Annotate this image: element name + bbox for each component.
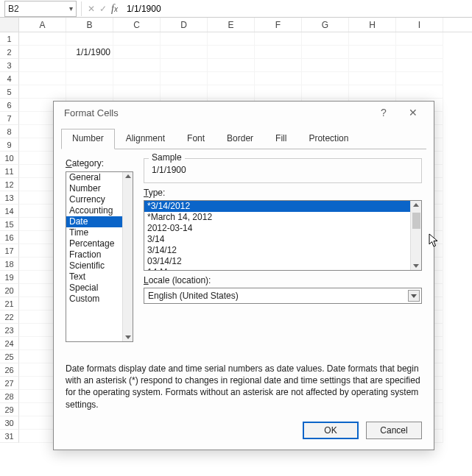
cell[interactable] (66, 72, 113, 85)
scrollbar[interactable] (122, 172, 133, 341)
cell[interactable] (113, 85, 161, 99)
type-item[interactable]: 3/14 (144, 234, 421, 245)
cell[interactable] (349, 59, 396, 72)
column-header[interactable]: A (19, 18, 66, 32)
column-header[interactable]: I (396, 18, 443, 32)
type-item[interactable]: 03/14/12 (144, 256, 421, 267)
help-button[interactable]: ? (369, 102, 398, 124)
close-button[interactable]: ✕ (398, 102, 428, 124)
row-header[interactable]: 30 (0, 416, 19, 430)
row-header[interactable]: 11 (0, 165, 19, 178)
row-header[interactable]: 10 (0, 152, 19, 165)
cell[interactable] (66, 85, 113, 99)
row-header[interactable]: 25 (0, 350, 19, 363)
cell[interactable] (19, 85, 66, 99)
formula-input[interactable] (122, 4, 472, 14)
cell[interactable] (19, 72, 66, 85)
name-box[interactable]: B2 ▾ (4, 1, 77, 17)
cell[interactable] (208, 72, 255, 85)
row-header[interactable]: 13 (0, 191, 19, 205)
tab-border[interactable]: Border (216, 129, 264, 149)
accept-formula-icon[interactable]: ✓ (99, 4, 107, 14)
tab-fill[interactable]: Fill (264, 129, 297, 149)
cell[interactable] (302, 32, 349, 46)
cell[interactable] (113, 59, 161, 72)
category-list[interactable]: GeneralNumberCurrencyAccountingDateTimeP… (66, 171, 133, 342)
type-item[interactable]: 14-Mar (144, 267, 421, 271)
cell[interactable] (208, 85, 255, 99)
row-header[interactable]: 18 (0, 257, 19, 271)
tab-number[interactable]: Number (61, 129, 115, 149)
row-header[interactable]: 6 (0, 99, 19, 112)
cell[interactable] (396, 46, 443, 59)
row-header[interactable]: 16 (0, 231, 19, 244)
column-header[interactable]: C (113, 18, 161, 32)
cell[interactable] (161, 46, 208, 59)
scrollbar[interactable] (410, 201, 421, 270)
cell[interactable] (349, 46, 396, 59)
chevron-down-icon[interactable] (408, 290, 420, 302)
cell[interactable] (302, 85, 349, 99)
column-header[interactable]: G (302, 18, 349, 32)
row-header[interactable]: 20 (0, 284, 19, 297)
cell[interactable] (161, 72, 208, 85)
chevron-down-icon[interactable]: ▾ (69, 4, 73, 13)
cell[interactable] (302, 72, 349, 85)
cell[interactable] (396, 72, 443, 85)
cell[interactable] (255, 59, 302, 72)
cell[interactable] (255, 32, 302, 46)
row-header[interactable]: 1 (0, 32, 19, 46)
cell[interactable] (349, 32, 396, 46)
cell[interactable] (302, 46, 349, 59)
cell[interactable] (255, 85, 302, 99)
cell[interactable] (161, 32, 208, 46)
cell[interactable] (208, 46, 255, 59)
row-header[interactable]: 21 (0, 297, 19, 310)
locale-dropdown[interactable]: English (United States) (144, 288, 422, 304)
column-header[interactable]: D (161, 18, 208, 32)
row-header[interactable]: 29 (0, 403, 19, 416)
type-item[interactable]: 2012-03-14 (144, 223, 421, 234)
scroll-thumb[interactable] (412, 213, 420, 229)
row-header[interactable]: 17 (0, 244, 19, 257)
row-header[interactable]: 14 (0, 205, 19, 218)
column-header[interactable]: B (66, 18, 113, 32)
cell[interactable] (302, 59, 349, 72)
select-all-corner[interactable] (0, 18, 19, 32)
scroll-down-icon[interactable] (413, 264, 419, 268)
row-header[interactable]: 15 (0, 218, 19, 231)
cell[interactable] (66, 32, 113, 46)
row-header[interactable]: 4 (0, 72, 19, 85)
row-header[interactable]: 28 (0, 390, 19, 403)
type-item[interactable]: *3/14/2012 (144, 201, 421, 212)
row-header[interactable]: 24 (0, 337, 19, 350)
tab-protection[interactable]: Protection (297, 129, 359, 149)
row-header[interactable]: 8 (0, 125, 19, 138)
fx-icon[interactable]: fx (111, 3, 118, 15)
row-header[interactable]: 2 (0, 46, 19, 59)
cell[interactable] (161, 59, 208, 72)
row-header[interactable]: 9 (0, 138, 19, 152)
cell[interactable] (113, 46, 161, 59)
cell[interactable] (349, 85, 396, 99)
cell[interactable] (208, 32, 255, 46)
cancel-formula-icon[interactable]: ✕ (88, 4, 95, 14)
cell[interactable] (66, 59, 113, 72)
column-header[interactable]: E (208, 18, 255, 32)
cell[interactable] (19, 59, 66, 72)
type-item[interactable]: *March 14, 2012 (144, 212, 421, 223)
tab-font[interactable]: Font (176, 129, 216, 149)
type-item[interactable]: 3/14/12 (144, 245, 421, 256)
tab-alignment[interactable]: Alignment (115, 129, 176, 149)
ok-button[interactable]: OK (303, 422, 359, 439)
row-header[interactable]: 23 (0, 324, 19, 337)
cell[interactable] (396, 85, 443, 99)
row-header[interactable]: 27 (0, 377, 19, 390)
cell[interactable] (113, 72, 161, 85)
row-header[interactable]: 26 (0, 363, 19, 377)
cell[interactable] (255, 72, 302, 85)
cancel-button[interactable]: Cancel (366, 422, 422, 439)
cell[interactable] (349, 72, 396, 85)
cell[interactable] (396, 59, 443, 72)
scroll-up-icon[interactable] (413, 203, 419, 207)
